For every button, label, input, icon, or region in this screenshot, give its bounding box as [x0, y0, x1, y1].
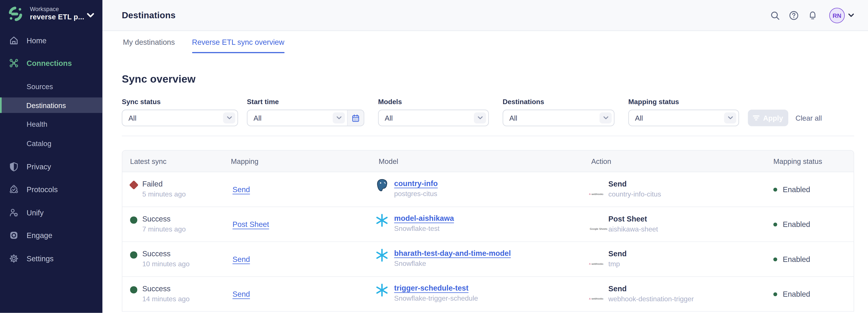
avatar-initials: RN	[833, 12, 841, 19]
calendar-icon[interactable]	[347, 110, 364, 126]
model-link[interactable]: trigger-schedule-test	[394, 284, 469, 293]
sidebar-item-unify[interactable]: Unify	[0, 205, 102, 220]
start-time-select[interactable]: All	[247, 109, 364, 126]
chevron-down-icon	[599, 113, 612, 123]
filter-mapping-status: Mapping status All	[628, 98, 739, 126]
sidebar-item-label: Protocols	[27, 185, 58, 193]
filter-destinations: Destinations All	[503, 98, 615, 126]
sync-time-text: 7 minutes ago	[142, 226, 186, 233]
snowflake-icon	[375, 283, 389, 298]
sync-status-text: Success	[142, 215, 186, 224]
action-cell: webhooks Send country-info-citus	[581, 172, 766, 207]
apply-button[interactable]: Apply	[748, 109, 788, 126]
sidebar-item-destinations[interactable]: Destinations	[0, 97, 102, 113]
enabled-dot-icon	[773, 292, 777, 296]
avatar[interactable]: RN	[829, 7, 845, 23]
mapping-link[interactable]: Send	[232, 255, 250, 263]
unify-icon	[9, 208, 19, 218]
filter-label: Sync status	[122, 98, 238, 106]
action-title: Send	[608, 180, 661, 189]
connections-icon	[9, 58, 19, 68]
latest-sync-cell: Success 10 minutes ago	[122, 242, 222, 276]
workspace-switcher[interactable]: Workspace reverse ETL p...	[0, 0, 102, 24]
model-sub-text: postgres-citus	[394, 190, 438, 197]
table-header-row: Latest sync Mapping Model Action Mapping…	[122, 151, 854, 172]
sidebar-item-label: Health	[27, 120, 48, 128]
sync-status-select[interactable]: All	[122, 109, 238, 126]
sidebar-item-label: Sources	[27, 82, 53, 90]
destination-type-label: webhooks	[592, 262, 603, 265]
model-link[interactable]: model-aishikawa	[394, 214, 454, 223]
failed-status-icon	[130, 182, 138, 207]
chevron-down-icon	[223, 113, 235, 123]
column-header-latest-sync: Latest sync	[122, 157, 222, 165]
filter-label: Destinations	[503, 98, 615, 106]
mapping-status-select[interactable]: All	[628, 109, 739, 126]
sidebar-item-label: Home	[27, 36, 46, 44]
sidebar-item-privacy[interactable]: Privacy	[0, 159, 102, 174]
destination-type-label: webhooks	[592, 298, 603, 300]
app-root: Workspace reverse ETL p... Home	[0, 0, 868, 313]
sidebar-item-label: Destinations	[26, 101, 66, 109]
model-cell: trigger-schedule-test Snowflake-trigger-…	[367, 277, 581, 311]
bell-icon[interactable]	[808, 10, 817, 20]
mapping-status-text: Enabled	[783, 185, 810, 193]
search-icon[interactable]	[770, 10, 780, 20]
sync-time-text: 14 minutes ago	[142, 295, 190, 303]
sidebar-item-catalog[interactable]: Catalog	[0, 136, 102, 151]
tab-label: Reverse ETL sync overview	[192, 38, 284, 46]
filter-label: Start time	[247, 98, 364, 106]
mapping-cell: Send	[222, 172, 367, 207]
sidebar-item-label: Catalog	[27, 139, 51, 148]
webhooks-icon: webhooks	[589, 251, 603, 276]
destinations-select[interactable]: All	[503, 109, 615, 126]
snowflake-icon	[375, 248, 389, 262]
workspace-chevron-down-icon[interactable]	[87, 10, 94, 20]
sidebar-item-engage[interactable]: Engage	[0, 227, 102, 243]
tab-reverse-etl-sync-overview[interactable]: Reverse ETL sync overview	[192, 31, 284, 54]
column-header-mapping-status: Mapping status	[766, 157, 854, 165]
sidebar-item-protocols[interactable]: Protocols	[0, 182, 102, 197]
sync-time-text: 10 minutes ago	[142, 261, 190, 268]
sidebar-item-label: Unify	[27, 209, 43, 217]
model-cell: country-info postgres-citus	[367, 172, 581, 207]
sidebar-item-home[interactable]: Home	[0, 33, 102, 48]
tab-my-destinations[interactable]: My destinations	[123, 31, 175, 54]
sync-time-text: 5 minutes ago	[142, 191, 186, 198]
action-cell: webhooks Send tmp	[581, 242, 766, 276]
filter-sync-status: Sync status All	[122, 98, 238, 126]
sync-status-text: Success	[142, 284, 190, 293]
model-sub-text: Snowflake-test	[394, 225, 454, 232]
model-sub-text: Snowflake	[394, 260, 511, 268]
user-menu-chevron-down-icon[interactable]	[848, 13, 854, 17]
mapping-status-cell: Enabled	[766, 172, 854, 207]
action-sub-text: tmp	[608, 261, 626, 268]
google-sheets-icon: Google Sheets	[589, 217, 603, 242]
sidebar-item-label: Settings	[27, 254, 54, 262]
mapping-link[interactable]: Send	[232, 290, 250, 298]
action-cell: Google Sheets Post Sheet aishikawa-sheet	[581, 207, 766, 242]
sync-overview-table: Latest sync Mapping Model Action Mapping…	[122, 150, 854, 312]
sidebar-item-settings[interactable]: Settings	[0, 251, 102, 266]
mapping-link[interactable]: Send	[232, 185, 250, 193]
model-link[interactable]: bharath-test-day-and-time-model	[394, 249, 511, 258]
action-sub-text: country-info-citus	[608, 191, 661, 198]
sidebar-item-sources[interactable]: Sources	[0, 79, 102, 94]
destination-type-label: Google Sheets	[590, 227, 608, 230]
models-select[interactable]: All	[378, 109, 489, 126]
rudderstack-logo-icon	[7, 5, 24, 24]
action-title: Post Sheet	[608, 215, 658, 224]
help-icon[interactable]	[789, 10, 799, 20]
success-status-icon	[130, 251, 138, 276]
table-row: Failed 5 minutes ago Send	[122, 172, 854, 207]
mapping-link[interactable]: Post Sheet	[232, 220, 269, 228]
select-value: All	[128, 114, 136, 122]
filter-label: Mapping status	[628, 98, 739, 106]
sidebar-item-connections[interactable]: Connections	[0, 56, 102, 71]
model-link[interactable]: country-info	[394, 179, 438, 188]
sidebar-item-health[interactable]: Health	[0, 116, 102, 132]
clear-all-button[interactable]: Clear all	[796, 109, 822, 126]
select-value: All	[385, 114, 393, 122]
model-cell: bharath-test-day-and-time-model Snowflak…	[367, 242, 581, 276]
chevron-down-icon	[474, 113, 486, 123]
